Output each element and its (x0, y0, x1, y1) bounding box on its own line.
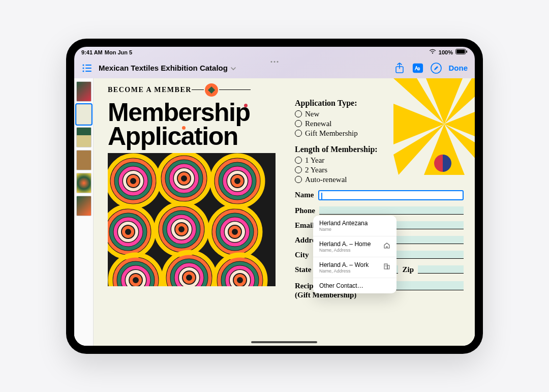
decorative-line (219, 89, 251, 90)
autofill-item-title: Herland A. – Work (319, 261, 369, 268)
share-icon[interactable] (394, 63, 405, 74)
radio-new[interactable]: New (295, 110, 464, 118)
done-button[interactable]: Done (449, 64, 468, 72)
document-title: Mexican Textiles Exhibition Catalog (99, 64, 228, 72)
battery-icon (455, 49, 468, 55)
radio-icon (295, 157, 302, 164)
svg-point-4 (82, 67, 84, 69)
building-icon (383, 263, 390, 272)
decorative-line (192, 89, 204, 90)
phone-label: Phone (295, 206, 315, 215)
content-area: BECOME A MEMBER Membership Application (74, 78, 475, 346)
pretitle-label: BECOME A MEMBER (108, 86, 192, 94)
city-label: City (295, 251, 309, 259)
edit-pen-icon[interactable] (431, 63, 442, 74)
radio-icon (295, 130, 302, 137)
home-indicator[interactable] (251, 341, 317, 343)
svg-rect-10 (412, 63, 422, 72)
document-title-button[interactable]: Mexican Textiles Exhibition Catalog (99, 64, 240, 73)
page-thumbnail[interactable] (76, 173, 92, 193)
svg-rect-33 (385, 266, 386, 266)
radio-gift[interactable]: Gift Membership (295, 129, 464, 138)
application-type-heading: Application Type: (295, 99, 464, 108)
field-name: Name (295, 190, 464, 200)
radio-icon (295, 176, 302, 183)
zip-input[interactable] (418, 265, 464, 274)
autofill-item-title: Herland Antezana (319, 220, 368, 227)
email-label: Email (295, 221, 314, 230)
diamond-badge-icon (205, 83, 218, 97)
radio-icon (295, 166, 302, 173)
autofill-other-contact[interactable]: Other Contact… (313, 278, 396, 293)
decorative-textile-art (108, 153, 276, 286)
radio-icon (295, 110, 302, 117)
autofill-item-title: Herland A. – Home (319, 240, 371, 248)
title-line-2: Application (108, 122, 238, 150)
autofill-work-item[interactable]: Herland A. – Work Name, Address (313, 257, 396, 278)
svg-rect-30 (387, 265, 389, 269)
sidebar-toggle-icon[interactable] (81, 63, 93, 74)
svg-rect-20 (208, 86, 215, 94)
svg-rect-29 (384, 264, 387, 269)
status-time: 9:41 AM (81, 49, 103, 55)
length-heading: Length of Membership: (295, 145, 464, 154)
document-page[interactable]: BECOME A MEMBER Membership Application (94, 78, 475, 346)
page-thumbnail[interactable] (76, 104, 92, 125)
page-thumbnail[interactable] (76, 81, 92, 102)
svg-rect-2 (466, 50, 467, 53)
svg-point-3 (82, 64, 84, 66)
ipad-device-frame: 9:41 AM Mon Jun 5 100% Mexican Textiles … (66, 39, 483, 354)
field-phone: Phone (295, 206, 464, 215)
autofill-contact-item[interactable]: Herland Antezana Name (313, 216, 396, 236)
svg-point-5 (82, 70, 84, 72)
radio-icon (295, 120, 302, 127)
radio-renewal[interactable]: Renewal (295, 119, 464, 128)
autofill-item-subtitle: Name, Address (319, 268, 369, 274)
status-bar: 9:41 AM Mon Jun 5 100% (74, 47, 475, 58)
autofill-item-subtitle: Name (319, 227, 368, 232)
radio-auto[interactable]: Auto-renewal (295, 175, 464, 184)
autofill-other-label: Other Contact… (319, 282, 363, 289)
page-thumbnail[interactable] (76, 150, 92, 170)
autofill-item-subtitle: Name, Address (319, 248, 371, 253)
autofill-popover: Herland Antezana Name Herland A. – Home … (313, 216, 396, 293)
name-label: Name (295, 191, 314, 199)
home-icon (383, 242, 390, 251)
svg-rect-34 (386, 266, 387, 266)
svg-rect-7 (85, 68, 92, 69)
status-date: Mon Jun 5 (105, 49, 132, 55)
page-thumbnail[interactable] (76, 127, 92, 147)
radio-2years[interactable]: 2 Years (295, 166, 464, 174)
state-label: State (295, 265, 312, 274)
decorative-dot (182, 126, 186, 130)
wifi-icon (429, 49, 436, 55)
svg-rect-8 (85, 71, 92, 72)
svg-rect-32 (386, 265, 387, 265)
radio-1year[interactable]: 1 Year (295, 156, 464, 165)
phone-input[interactable] (319, 206, 464, 215)
page-thumbnail[interactable] (76, 196, 92, 216)
svg-rect-6 (85, 65, 92, 66)
decorative-dot (244, 104, 248, 107)
markup-icon[interactable] (412, 63, 423, 74)
svg-rect-1 (456, 50, 465, 53)
ipad-screen: 9:41 AM Mon Jun 5 100% Mexican Textiles … (74, 47, 475, 346)
multitask-dots-icon[interactable] (271, 61, 279, 63)
chevron-down-icon (231, 64, 236, 73)
battery-percentage: 100% (439, 49, 453, 55)
autofill-home-item[interactable]: Herland A. – Home Name, Address (313, 236, 396, 257)
name-input[interactable] (318, 190, 464, 200)
zip-label: Zip (402, 265, 414, 274)
svg-rect-31 (385, 265, 386, 265)
page-thumbnail-sidebar[interactable] (74, 78, 94, 346)
